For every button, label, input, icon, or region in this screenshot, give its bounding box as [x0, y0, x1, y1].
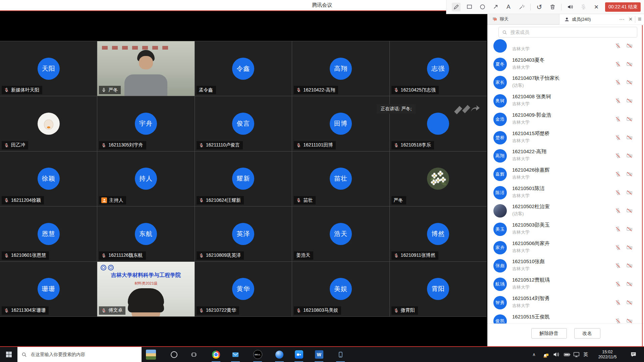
camera-muted-icon [626, 98, 633, 104]
video-tile[interactable]: 令鑫孟令鑫 [195, 41, 292, 96]
video-tile[interactable]: 东航16211126魏东航 [97, 206, 194, 261]
undo-icon[interactable]: ↺ [535, 3, 544, 11]
video-tile[interactable]: 严冬 [390, 152, 487, 206]
taskbar-clock[interactable]: 15:02 2022/11/5 [590, 347, 625, 362]
panel-more-icon[interactable]: ··· [618, 14, 626, 24]
member-row[interactable]: 高翔16210422-高翔吉林大学 [487, 147, 642, 165]
video-tile[interactable]: 苗壮苗壮 [292, 152, 389, 206]
mic-muted-icon [615, 61, 621, 67]
member-row[interactable]: 夏冬16210403夏冬吉林大学 [487, 55, 642, 74]
video-tile[interactable]: 博然16210911张博然 [390, 206, 487, 261]
video-tile[interactable]: 徐颖16211204徐颖 [0, 152, 97, 206]
volume-tray-button[interactable] [550, 347, 562, 362]
video-tile[interactable]: 黄华16210722黄华 [195, 262, 292, 316]
member-row[interactable]: 奥轲16210408 张奥轲吉林大学 [487, 92, 642, 110]
member-row[interactable]: 金浩16210409-郭金浩吉林大学 [487, 110, 642, 129]
action-center-button[interactable] [626, 347, 641, 362]
camera-muted-icon [626, 207, 633, 214]
member-row[interactable]: 家长16210407耿子怡家长(访客) [487, 73, 642, 92]
member-av-controls[interactable] [615, 171, 633, 177]
member-av-controls[interactable] [615, 262, 633, 269]
video-tile[interactable]: 天阳新媒体叶天阳 [0, 41, 97, 96]
member-row[interactable]: 嘉辉16210426徐嘉辉吉林大学 [487, 165, 642, 184]
tencent-meeting-button[interactable] [291, 347, 307, 362]
video-tile[interactable]: 霄阳撒霄阳 [390, 262, 487, 316]
member-av-controls[interactable] [615, 153, 633, 159]
video-tile[interactable]: 珊珊16211304宋珊珊 [0, 262, 97, 316]
close-annotation-icon[interactable]: × [592, 3, 601, 11]
laser-tool-icon[interactable] [517, 3, 526, 11]
member-av-controls[interactable] [615, 281, 633, 287]
member-search-input[interactable] [510, 29, 634, 35]
video-tile[interactable]: 田博16211101田博 [292, 96, 389, 151]
video-tile[interactable]: 耀新16210624汪耀新 [195, 152, 292, 206]
video-tile[interactable]: 美娱16210803马美娱 [292, 262, 389, 316]
member-row[interactable]: 美玉16210503邵美玉吉林大学 [487, 220, 642, 239]
clock-time: 15:02 [602, 350, 612, 355]
video-tile[interactable]: 严冬 [97, 41, 194, 96]
video-tile[interactable]: 志强16210425邝志强 [390, 41, 487, 96]
member-av-controls[interactable] [615, 61, 633, 67]
meeting-timer-end-button[interactable]: 00:22:41 结束 [605, 2, 641, 12]
your-phone-button[interactable] [332, 347, 348, 362]
member-av-controls[interactable] [615, 98, 633, 104]
video-tile[interactable]: 俊言16211110卢俊言 [195, 96, 292, 151]
tab-members[interactable]: 成员(240) [559, 14, 618, 24]
start-button[interactable] [0, 347, 17, 362]
member-av-controls[interactable] [615, 43, 633, 49]
member-av-controls[interactable] [615, 207, 633, 214]
member-row[interactable]: 陈洁16210501陈洁吉林大学 [487, 184, 642, 202]
chrome-button[interactable] [208, 347, 224, 362]
mail-button[interactable] [227, 347, 244, 362]
panel-menu-icon[interactable]: ≡ [635, 14, 644, 24]
video-tile[interactable]: 英泽16210809巩英泽 [195, 206, 292, 261]
pen-tool-icon[interactable] [452, 3, 461, 11]
arrow-tool-icon[interactable] [491, 3, 500, 11]
rename-button[interactable]: 改名 [574, 328, 600, 339]
member-row[interactable]: 吉林大学 [487, 39, 642, 55]
member-av-controls[interactable] [615, 79, 633, 85]
dell-app-button[interactable]: DELL [250, 347, 266, 362]
participant-name-label: 傅文卓 [99, 306, 125, 315]
video-tile[interactable]: 浩天姜浩天 [292, 206, 389, 261]
qq-tray-button[interactable] [539, 347, 551, 362]
unmute-button[interactable]: 解除静音 [531, 328, 567, 339]
rectangle-tool-icon[interactable] [465, 3, 474, 11]
video-tile[interactable]: 吉林大学材料科学与工程学院材料类2021级傅文卓 [97, 262, 194, 316]
participant-name-label: 16211304宋珊珊 [2, 306, 49, 315]
word-button[interactable]: W [311, 347, 327, 362]
tab-chat[interactable]: 聊天 [487, 14, 559, 24]
member-row[interactable]: 楚桥16210415邓楚桥吉林大学 [487, 129, 642, 147]
text-tool-icon[interactable]: A [504, 3, 513, 11]
speaker-icon[interactable] [566, 3, 575, 11]
news-widget-button[interactable] [144, 347, 158, 362]
member-row[interactable]: 家卉16210506尚家卉吉林大学 [487, 239, 642, 257]
member-row[interactable]: 航瑀16210512曹航瑀吉林大学 [487, 275, 642, 294]
video-tile[interactable]: 持人主持人 [97, 152, 194, 206]
mic-muted-icon[interactable] [579, 3, 588, 11]
video-tile[interactable]: 高翔16210422-高翔 [292, 41, 389, 96]
trash-icon[interactable] [548, 3, 557, 11]
panel-close-icon[interactable]: × [626, 14, 635, 24]
blue-sphere-app-button[interactable] [271, 347, 287, 362]
member-av-controls[interactable] [615, 116, 633, 122]
member-av-controls[interactable] [615, 244, 633, 251]
member-row[interactable]: 张彪16210510张彪吉林大学 [487, 257, 642, 275]
cortana-button[interactable] [166, 347, 182, 362]
member-av-controls[interactable] [615, 134, 633, 141]
tray-expand-button[interactable]: ∧ [527, 347, 541, 362]
member-row[interactable]: 16210502杜治萱(访客) [487, 202, 642, 220]
member-av-controls[interactable] [615, 226, 633, 232]
ellipse-tool-icon[interactable] [478, 3, 487, 11]
task-view-button[interactable] [186, 347, 202, 362]
member-av-controls[interactable] [615, 318, 633, 324]
member-av-controls[interactable] [615, 189, 633, 196]
member-row[interactable]: 俊凯16210515王俊凯 [487, 312, 642, 324]
video-tile[interactable]: 恩慧16210601张恩慧 [0, 206, 97, 261]
taskbar-search-input[interactable] [30, 352, 138, 357]
member-row[interactable]: 智勇16210514刘智勇吉林大学 [487, 294, 642, 312]
member-av-controls[interactable] [615, 299, 633, 306]
video-tile[interactable]: 宇舟16211305刘宇舟 [97, 96, 194, 151]
member-list[interactable]: 吉林大学夏冬16210403夏冬吉林大学家长16210407耿子怡家长(访客)奥… [487, 39, 642, 323]
video-tile[interactable]: 田乙冲 [0, 96, 97, 151]
